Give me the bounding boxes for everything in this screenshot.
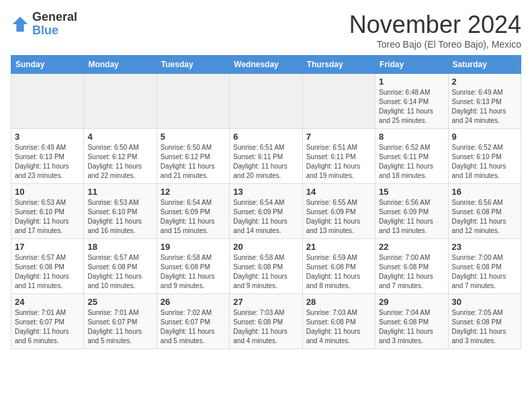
calendar-cell: 10Sunrise: 6:53 AM Sunset: 6:10 PM Dayli… <box>11 184 84 239</box>
week-row-4: 24Sunrise: 7:01 AM Sunset: 6:07 PM Dayli… <box>11 294 521 349</box>
day-info: Sunrise: 7:03 AM Sunset: 6:08 PM Dayligh… <box>233 308 298 346</box>
day-info: Sunrise: 7:01 AM Sunset: 6:07 PM Dayligh… <box>15 308 80 346</box>
day-info: Sunrise: 6:49 AM Sunset: 6:13 PM Dayligh… <box>452 88 517 126</box>
day-info: Sunrise: 6:54 AM Sunset: 6:09 PM Dayligh… <box>233 198 298 236</box>
day-info: Sunrise: 6:57 AM Sunset: 6:08 PM Dayligh… <box>87 253 152 291</box>
day-number: 2 <box>452 77 517 87</box>
day-info: Sunrise: 6:57 AM Sunset: 6:08 PM Dayligh… <box>15 253 80 291</box>
header-sunday: Sunday <box>11 56 84 74</box>
day-info: Sunrise: 7:01 AM Sunset: 6:07 PM Dayligh… <box>87 308 152 346</box>
day-number: 11 <box>87 187 152 197</box>
calendar-cell: 29Sunrise: 7:04 AM Sunset: 6:08 PM Dayli… <box>375 294 448 349</box>
day-number: 9 <box>452 132 517 142</box>
day-number: 20 <box>233 242 298 252</box>
day-info: Sunrise: 7:05 AM Sunset: 6:08 PM Dayligh… <box>452 308 517 346</box>
logo-blue: Blue <box>32 24 58 37</box>
day-number: 1 <box>379 77 444 87</box>
calendar-cell: 18Sunrise: 6:57 AM Sunset: 6:08 PM Dayli… <box>84 239 157 294</box>
calendar-cell: 20Sunrise: 6:58 AM Sunset: 6:08 PM Dayli… <box>230 239 302 294</box>
day-number: 12 <box>161 187 226 197</box>
calendar-cell: 3Sunrise: 6:49 AM Sunset: 6:13 PM Daylig… <box>11 129 84 184</box>
calendar-cell: 11Sunrise: 6:53 AM Sunset: 6:10 PM Dayli… <box>84 184 157 239</box>
day-info: Sunrise: 6:53 AM Sunset: 6:10 PM Dayligh… <box>15 198 80 236</box>
calendar-cell <box>157 74 229 129</box>
day-info: Sunrise: 6:54 AM Sunset: 6:09 PM Dayligh… <box>161 198 226 236</box>
calendar-cell: 27Sunrise: 7:03 AM Sunset: 6:08 PM Dayli… <box>230 294 302 349</box>
day-info: Sunrise: 6:52 AM Sunset: 6:10 PM Dayligh… <box>452 143 517 181</box>
calendar-cell <box>11 74 84 129</box>
day-number: 26 <box>161 297 226 307</box>
calendar-cell: 9Sunrise: 6:52 AM Sunset: 6:10 PM Daylig… <box>448 129 521 184</box>
logo-general: General <box>32 10 77 24</box>
day-number: 25 <box>87 297 152 307</box>
day-info: Sunrise: 6:52 AM Sunset: 6:11 PM Dayligh… <box>379 143 444 181</box>
day-info: Sunrise: 6:56 AM Sunset: 6:08 PM Dayligh… <box>452 198 517 236</box>
calendar-cell <box>230 74 302 129</box>
day-number: 22 <box>379 242 444 252</box>
calendar-cell: 7Sunrise: 6:51 AM Sunset: 6:11 PM Daylig… <box>302 129 375 184</box>
day-info: Sunrise: 6:59 AM Sunset: 6:08 PM Dayligh… <box>306 253 371 291</box>
day-info: Sunrise: 6:56 AM Sunset: 6:09 PM Dayligh… <box>379 198 444 236</box>
header-thursday: Thursday <box>302 56 375 74</box>
calendar-cell: 24Sunrise: 7:01 AM Sunset: 6:07 PM Dayli… <box>11 294 84 349</box>
day-info: Sunrise: 6:51 AM Sunset: 6:11 PM Dayligh… <box>306 143 371 181</box>
day-number: 29 <box>379 297 444 307</box>
header-monday: Monday <box>84 56 157 74</box>
day-info: Sunrise: 6:58 AM Sunset: 6:08 PM Dayligh… <box>161 253 226 291</box>
day-info: Sunrise: 7:00 AM Sunset: 6:08 PM Dayligh… <box>379 253 444 291</box>
day-number: 3 <box>15 132 80 142</box>
day-info: Sunrise: 6:51 AM Sunset: 6:11 PM Dayligh… <box>233 143 298 181</box>
calendar-cell: 22Sunrise: 7:00 AM Sunset: 6:08 PM Dayli… <box>375 239 448 294</box>
calendar-cell: 15Sunrise: 6:56 AM Sunset: 6:09 PM Dayli… <box>375 184 448 239</box>
day-info: Sunrise: 7:04 AM Sunset: 6:08 PM Dayligh… <box>379 308 444 346</box>
calendar-cell: 2Sunrise: 6:49 AM Sunset: 6:13 PM Daylig… <box>448 74 521 129</box>
calendar-cell <box>302 74 375 129</box>
calendar-cell: 14Sunrise: 6:55 AM Sunset: 6:09 PM Dayli… <box>302 184 375 239</box>
logo-icon <box>11 15 30 34</box>
header-tuesday: Tuesday <box>157 56 229 74</box>
week-row-2: 10Sunrise: 6:53 AM Sunset: 6:10 PM Dayli… <box>11 184 521 239</box>
week-row-3: 17Sunrise: 6:57 AM Sunset: 6:08 PM Dayli… <box>11 239 521 294</box>
day-number: 27 <box>233 297 298 307</box>
header-saturday: Saturday <box>448 56 521 74</box>
calendar-cell: 5Sunrise: 6:50 AM Sunset: 6:12 PM Daylig… <box>157 129 229 184</box>
day-number: 16 <box>452 187 517 197</box>
day-info: Sunrise: 6:53 AM Sunset: 6:10 PM Dayligh… <box>87 198 152 236</box>
day-info: Sunrise: 6:50 AM Sunset: 6:12 PM Dayligh… <box>87 143 152 181</box>
week-row-1: 3Sunrise: 6:49 AM Sunset: 6:13 PM Daylig… <box>11 129 521 184</box>
header-friday: Friday <box>375 56 448 74</box>
day-number: 7 <box>306 132 371 142</box>
calendar-cell: 30Sunrise: 7:05 AM Sunset: 6:08 PM Dayli… <box>448 294 521 349</box>
calendar-cell: 17Sunrise: 6:57 AM Sunset: 6:08 PM Dayli… <box>11 239 84 294</box>
page-header: General Blue November 2024 Toreo Bajo (E… <box>11 11 521 50</box>
location-subtitle: Toreo Bajo (El Toreo Bajo), Mexico <box>349 39 521 50</box>
week-row-0: 1Sunrise: 6:48 AM Sunset: 6:14 PM Daylig… <box>11 74 521 129</box>
calendar-table: SundayMondayTuesdayWednesdayThursdayFrid… <box>11 55 521 349</box>
day-number: 13 <box>233 187 298 197</box>
day-number: 30 <box>452 297 517 307</box>
day-number: 17 <box>15 242 80 252</box>
calendar-cell: 8Sunrise: 6:52 AM Sunset: 6:11 PM Daylig… <box>375 129 448 184</box>
logo-text: General Blue <box>32 11 77 38</box>
day-info: Sunrise: 7:00 AM Sunset: 6:08 PM Dayligh… <box>452 253 517 291</box>
calendar-cell: 19Sunrise: 6:58 AM Sunset: 6:08 PM Dayli… <box>157 239 229 294</box>
day-number: 14 <box>306 187 371 197</box>
calendar-cell <box>84 74 157 129</box>
calendar-cell: 13Sunrise: 6:54 AM Sunset: 6:09 PM Dayli… <box>230 184 302 239</box>
header-wednesday: Wednesday <box>230 56 302 74</box>
calendar-header-row: SundayMondayTuesdayWednesdayThursdayFrid… <box>11 56 521 74</box>
logo: General Blue <box>11 11 77 38</box>
day-info: Sunrise: 7:02 AM Sunset: 6:07 PM Dayligh… <box>161 308 226 346</box>
day-number: 6 <box>233 132 298 142</box>
calendar-cell: 4Sunrise: 6:50 AM Sunset: 6:12 PM Daylig… <box>84 129 157 184</box>
calendar-cell: 26Sunrise: 7:02 AM Sunset: 6:07 PM Dayli… <box>157 294 229 349</box>
day-number: 4 <box>87 132 152 142</box>
day-number: 8 <box>379 132 444 142</box>
month-title: November 2024 <box>349 11 521 39</box>
day-number: 10 <box>15 187 80 197</box>
day-info: Sunrise: 6:55 AM Sunset: 6:09 PM Dayligh… <box>306 198 371 236</box>
calendar-cell: 21Sunrise: 6:59 AM Sunset: 6:08 PM Dayli… <box>302 239 375 294</box>
day-info: Sunrise: 6:50 AM Sunset: 6:12 PM Dayligh… <box>161 143 226 181</box>
day-info: Sunrise: 7:03 AM Sunset: 6:08 PM Dayligh… <box>306 308 371 346</box>
calendar-cell: 1Sunrise: 6:48 AM Sunset: 6:14 PM Daylig… <box>375 74 448 129</box>
